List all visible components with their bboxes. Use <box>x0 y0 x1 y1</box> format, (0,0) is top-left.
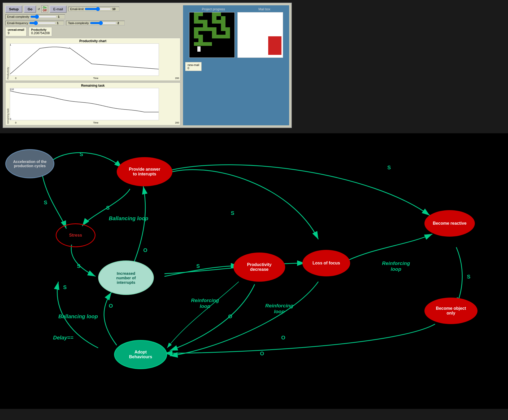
email-complexity-slider[interactable] <box>30 15 57 18</box>
visuals-row <box>189 12 283 58</box>
loss-of-focus-label: Loss of focus <box>312 261 340 266</box>
productivity-chart-canvas <box>10 43 159 76</box>
node-become-reactive: Become reactive <box>424 210 475 237</box>
arrow-s-accel-stress: S <box>44 200 47 206</box>
arrow-s-reactive-object: S <box>467 274 470 280</box>
remain-x-start: 0 <box>15 121 16 124</box>
provide-answer-label: Provide answer to interupts <box>129 167 160 176</box>
arrow-s-interrupts-prod: S <box>196 263 200 269</box>
arrow-o-interrupts-provide: O <box>143 247 147 253</box>
delay-label: Delay== <box>53 335 73 341</box>
become-reactive-label: Become reactive <box>433 221 466 226</box>
setup-button[interactable]: Setup <box>5 6 22 13</box>
sim-left: Setup Go ↺ On Off E-mail Email-limit 10 … <box>5 5 180 125</box>
unread-email-value: 9 <box>8 31 24 35</box>
controls-row-1: Setup Go ↺ On Off E-mail Email-limit 10 … <box>5 5 180 19</box>
arrow-o-prod-adopt: O <box>228 313 232 320</box>
email-button[interactable]: E-mail <box>50 6 67 13</box>
visual-labels-row: Project progress Mail box <box>185 7 287 11</box>
node-productivity-decrease: Productivity decrease <box>233 253 285 282</box>
arrow-s-accel-provide: S <box>80 151 83 157</box>
remaining-chart-title: Remaining task <box>7 84 179 87</box>
node-increased-interrupts: Increased number of interrupts <box>98 260 154 295</box>
node-stress: Stress <box>56 223 95 247</box>
task-complexity-value: 2 <box>118 21 123 25</box>
new-mail-box: new-mail 0 <box>185 62 202 71</box>
remain-x-time-label: Time <box>93 121 98 124</box>
task-complexity-slider-group: Task-complexity 2 <box>66 21 124 25</box>
node-adopt-behaviours: Adopt Behaviours <box>114 340 167 369</box>
unread-email-box: unread-email 9 <box>5 27 27 36</box>
reinforcing-loop-2-label: Reinforcing loop <box>265 303 293 315</box>
email-limit-slider[interactable] <box>85 7 111 11</box>
arrow-s-adopt-stress: S <box>63 284 67 290</box>
simulator-panel: Setup Go ↺ On Off E-mail Email-limit 10 … <box>3 3 292 128</box>
ballancing-loop-2-label: Ballancing loop <box>58 313 98 320</box>
info-boxes: unread-email 9 Productivity 0.208754208 <box>5 27 180 36</box>
arrow-o-object-adopt: O <box>260 351 264 357</box>
remaining-chart-area: remaining task 110 0 0 Time 200 <box>7 88 179 124</box>
controls-row-2: Email-frequency 1 Task-complexity 2 <box>5 21 180 25</box>
go-button[interactable]: Go <box>24 6 36 13</box>
new-mail-value: 0 <box>188 67 199 70</box>
increased-interrupts-label: Increased number of interrupts <box>116 271 136 285</box>
arrow-o-loss-adopt: O <box>281 335 285 341</box>
email-complexity-label: Email-complexity <box>7 15 29 18</box>
task-complexity-slider[interactable] <box>90 21 116 25</box>
toggle-off-label: Off <box>43 9 46 12</box>
task-complexity-label: Task-complexity <box>68 21 89 25</box>
productivity-box: Productivity 0.208754208 <box>29 27 52 36</box>
productivity-label: Productivity <box>31 28 50 31</box>
unread-email-label: unread-email <box>8 28 24 31</box>
remaining-chart-canvas <box>10 88 159 120</box>
email-limit-label: Email-limit <box>70 7 84 11</box>
productivity-chart-title: Productivity chart <box>7 39 179 43</box>
node-loss-of-focus: Loss of focus <box>302 250 350 276</box>
email-limit-slider-group: Email-limit 10 <box>68 7 119 11</box>
acceleration-label: Acceleration of the production cycles <box>6 160 54 168</box>
productivity-y-label: Productivity <box>7 67 9 79</box>
arrow-s-provide-stress: S <box>106 205 110 211</box>
project-canvas <box>189 12 235 58</box>
ballancing-loop-1-label: Ballancing loop <box>109 215 148 222</box>
mail-box-label: Mail box <box>258 7 270 11</box>
remain-x-end: 200 <box>175 121 179 124</box>
node-become-object-only: Become object only <box>424 298 477 324</box>
new-mail-label: new-mail <box>188 63 199 67</box>
remaining-y-max: 110 <box>10 88 14 91</box>
arrow-s-stress-interrupts: S <box>77 263 80 269</box>
prod-x-end: 200 <box>175 77 179 79</box>
productivity-chart-area: Productivity 1 0 Time 200 <box>7 43 179 79</box>
node-provide-answer: Provide answer to interupts <box>117 157 172 186</box>
productivity-decrease-label: Productivity decrease <box>247 262 271 272</box>
email-frequency-slider[interactable] <box>29 21 56 25</box>
remaining-y-label: remaining task <box>7 108 9 124</box>
reinforcing-loop-1-label: Reinforcing loop <box>191 298 219 309</box>
toggle-box[interactable]: On Off <box>41 5 48 13</box>
adopt-behaviours-label: Adopt Behaviours <box>129 350 152 359</box>
project-progress-label: Project progress <box>202 7 225 11</box>
prod-x-time-label: Time <box>93 77 98 79</box>
stress-label: Stress <box>69 233 82 238</box>
remaining-task-chart-container: Remaining task remaining task 110 0 0 Ti… <box>5 82 180 125</box>
causal-loop-diagram: Acceleration of the production cycles Pr… <box>0 133 508 409</box>
arrow-o-adopt-interrupts: O <box>109 303 113 309</box>
arrow-s-provide-reactive: S <box>387 165 391 171</box>
become-object-only-label: Become object only <box>436 306 466 316</box>
toggle-on-label: On <box>43 6 46 9</box>
productivity-value: 0.208754208 <box>31 31 50 35</box>
email-complexity-value: 1 <box>58 15 63 18</box>
reinforcing-loop-3-label: Reinforcing loop <box>382 260 410 272</box>
email-frequency-slider-group: Email-frequency 1 <box>5 21 64 25</box>
arrow-s-provide-loss: S <box>231 210 234 216</box>
productivity-chart-container: Productivity chart Productivity 1 0 Time… <box>5 38 180 81</box>
email-frequency-value: 1 <box>57 21 62 25</box>
prod-x-start: 0 <box>15 77 16 79</box>
email-frequency-label: Email-frequency <box>7 21 28 25</box>
sim-right-panel: Project progress Mail box new-mail 0 <box>183 5 289 125</box>
node-acceleration: Acceleration of the production cycles <box>5 149 54 178</box>
email-limit-value: 10 <box>112 7 118 11</box>
mailbox-canvas <box>237 12 283 58</box>
email-complexity-slider-group: Email-complexity 1 <box>5 14 65 19</box>
